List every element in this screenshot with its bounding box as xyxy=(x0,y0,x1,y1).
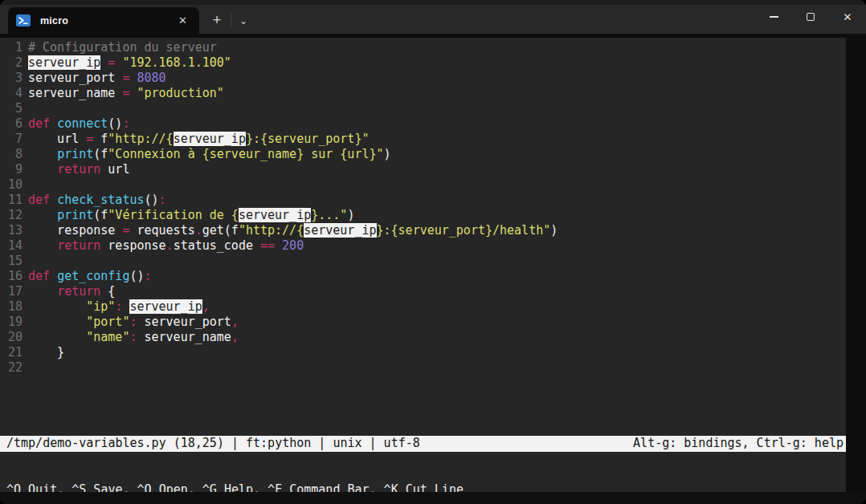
code-line[interactable]: 17 return { xyxy=(0,284,846,299)
code-text: serveur_port = 8080 xyxy=(28,71,166,86)
close-icon: ✕ xyxy=(843,10,852,23)
code-area[interactable]: 1# Configuration du serveur2serveur_ip =… xyxy=(0,38,846,376)
code-segment: { xyxy=(100,284,115,299)
code-line[interactable]: 18 "ip": serveur_ip, xyxy=(0,299,846,315)
tab-micro[interactable]: micro ✕ xyxy=(8,7,199,34)
code-text: "port": serveur_port, xyxy=(28,315,239,330)
window-bottom-edge xyxy=(0,492,866,504)
code-segment: = xyxy=(86,132,93,146)
code-segment: url xyxy=(100,162,129,177)
code-line[interactable]: 16def get_config(): xyxy=(0,269,846,284)
code-segment xyxy=(28,162,57,177)
code-segment xyxy=(50,116,57,131)
code-text: serveur_ip = "192.168.1.100" xyxy=(28,55,231,71)
code-segment xyxy=(137,315,144,329)
code-segment xyxy=(28,284,57,299)
close-button[interactable]: ✕ xyxy=(829,0,866,34)
code-line[interactable]: 21 } xyxy=(0,345,846,360)
code-line[interactable]: 3serveur_port = 8080 xyxy=(0,71,846,86)
code-line[interactable]: 19 "port": serveur_port, xyxy=(0,315,846,330)
code-segment: def xyxy=(28,193,50,207)
code-segment: serveur_port xyxy=(145,315,231,329)
code-segment xyxy=(28,238,57,253)
code-line[interactable]: 7 url = f"http://{serveur_ip}:{serveur_p… xyxy=(0,132,846,147)
status-bindings-hint: Alt-g: bindings, Ctrl-g: help xyxy=(633,436,844,452)
code-line[interactable]: 13 response = requests.get(f"http://{ser… xyxy=(0,223,846,238)
code-text: return url xyxy=(28,162,129,177)
line-number: 19 xyxy=(0,315,22,330)
line-number: 20 xyxy=(0,330,22,345)
code-segment: ) xyxy=(347,208,354,222)
code-line[interactable]: 2serveur_ip = "192.168.1.100" xyxy=(0,55,846,71)
code-line[interactable]: 8 print(f"Connexion à {serveur_name} sur… xyxy=(0,147,846,162)
code-line[interactable]: 20 "name": serveur_name, xyxy=(0,330,846,345)
code-segment xyxy=(100,55,108,70)
code-segment xyxy=(28,315,86,329)
code-segment: connect xyxy=(57,116,108,131)
code-segment: check_status xyxy=(57,193,144,207)
code-segment: (f xyxy=(93,147,108,161)
code-line[interactable]: 1# Configuration du serveur xyxy=(0,40,846,55)
code-segment: == xyxy=(260,238,275,253)
code-segment: serveur_name xyxy=(28,86,122,100)
code-segment xyxy=(50,193,57,207)
code-segment: requests xyxy=(129,223,194,238)
code-segment xyxy=(28,147,57,161)
code-segment: () xyxy=(129,269,144,283)
code-segment: "Connexion à {serveur_name} sur {url}" xyxy=(108,147,383,161)
code-text: return response.status_code == 200 xyxy=(28,238,304,254)
tab-close-icon[interactable]: ✕ xyxy=(174,13,191,28)
code-line[interactable]: 15 xyxy=(0,254,846,269)
code-line[interactable]: 6def connect(): xyxy=(0,116,846,132)
code-segment xyxy=(50,269,57,283)
code-segment xyxy=(28,208,57,222)
code-text: print(f"Vérification de {serveur_ip}..."… xyxy=(28,208,354,223)
code-text: def get_config(): xyxy=(28,269,152,284)
code-segment: return xyxy=(57,284,100,299)
code-segment: 200 xyxy=(282,238,304,253)
tab-dropdown-button[interactable]: ⌄ xyxy=(231,7,255,34)
code-segment: . xyxy=(195,223,202,238)
powershell-icon xyxy=(16,14,31,26)
code-segment: () xyxy=(108,116,122,131)
code-line[interactable]: 10 xyxy=(0,177,846,193)
code-segment: response xyxy=(100,238,165,253)
code-segment: 8080 xyxy=(137,71,165,85)
code-text: "ip": serveur_ip, xyxy=(28,299,210,315)
code-segment: "ip" xyxy=(86,299,115,314)
code-text: url = f"http://{serveur_ip}:{serveur_por… xyxy=(28,132,369,147)
code-text: def check_status(): xyxy=(28,193,166,208)
code-segment: : xyxy=(159,193,166,207)
code-segment xyxy=(137,330,144,344)
minimize-button[interactable] xyxy=(755,0,792,34)
code-segment: url xyxy=(28,132,86,146)
search-highlight: serveur_ip xyxy=(239,208,311,222)
code-segment xyxy=(28,330,86,344)
line-number: 1 xyxy=(0,40,22,55)
code-line[interactable]: 9 return url xyxy=(0,162,846,177)
scrollbar-track[interactable] xyxy=(846,34,866,504)
code-line[interactable]: 14 return response.status_code == 200 xyxy=(0,238,846,254)
code-line[interactable]: 12 print(f"Vérification de {serveur_ip}.… xyxy=(0,208,846,223)
code-segment: serveur_name xyxy=(145,330,231,344)
code-segment: # Configuration du serveur xyxy=(28,40,217,55)
code-segment: def xyxy=(28,269,50,283)
line-number: 21 xyxy=(0,345,22,360)
code-line[interactable]: 11def check_status(): xyxy=(0,193,846,208)
code-text: # Configuration du serveur xyxy=(28,40,217,55)
code-line[interactable]: 22 xyxy=(0,360,846,376)
code-segment: "production" xyxy=(137,86,223,100)
new-tab-button[interactable]: + xyxy=(205,7,229,34)
code-segment: }..." xyxy=(311,208,347,222)
code-line[interactable]: 4serveur_name = "production" xyxy=(0,86,846,101)
code-segment: "Vérification de { xyxy=(108,208,239,222)
code-segment: : xyxy=(145,269,152,283)
code-segment: print xyxy=(57,208,93,222)
code-line[interactable]: 5 xyxy=(0,101,846,116)
code-segment: get xyxy=(202,223,224,238)
maximize-button[interactable] xyxy=(792,0,829,34)
line-number: 18 xyxy=(0,299,22,315)
code-segment: } xyxy=(28,345,64,360)
code-segment: , xyxy=(231,315,239,329)
window-controls: ✕ xyxy=(755,0,866,34)
